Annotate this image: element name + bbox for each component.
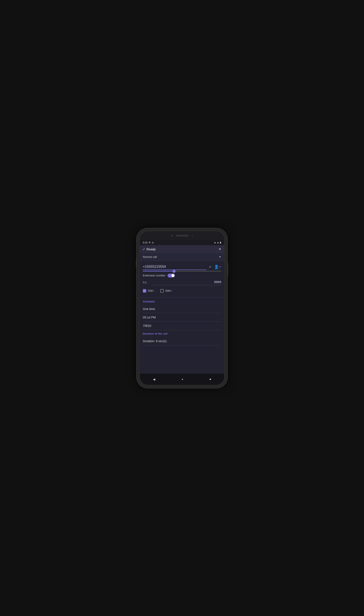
app-screen: 5:15 ⚙ ◎ ▲ ▲ ▮ ✓ Ready ✕ [140, 240, 224, 385]
duration-section: Duration of the call Duration: 8 sec(s) [140, 330, 224, 345]
status-time: 5:15 [143, 241, 147, 244]
duration-section-title: Duration of the call [143, 332, 221, 335]
phone-section: ✕ 👤+ Extension number [140, 261, 224, 297]
ext-value[interactable]: 9999 [151, 280, 221, 284]
ext-label: Ext. [143, 281, 149, 284]
extension-input-row: Ext. 9999 [143, 280, 221, 285]
add-contact-button[interactable]: 👤+ [214, 265, 221, 269]
sim2-option[interactable]: SIM 2 [160, 289, 172, 293]
checkmark-icon: ✓ [143, 247, 145, 251]
phone-device: 5:15 ⚙ ◎ ▲ ▲ ▮ ✓ Ready ✕ [137, 228, 227, 388]
status-right: ▲ ▲ ▮ [214, 241, 221, 244]
sim1-option[interactable]: ✓ SIM 1 [143, 289, 154, 293]
nav-back-button[interactable]: ◀ [152, 376, 156, 382]
schedule-frequency-text: One time [143, 307, 155, 311]
duration-value-text: Duration: 8 sec(s) [143, 339, 167, 343]
wifi-icon: ▲ [214, 241, 216, 244]
phone-input-row: ✕ 👤+ [143, 264, 221, 270]
app-header: ✓ Ready ✕ [140, 245, 224, 253]
duration-value-item[interactable]: Duration: 8 sec(s) [143, 337, 221, 345]
header-title-group: ✓ Ready [143, 247, 156, 251]
battery-icon: ▮ [220, 241, 221, 244]
signal-icon: ▲ [217, 241, 219, 244]
speaker-grille [176, 235, 189, 236]
schedule-section-title: Schedule [143, 300, 221, 303]
navigation-bar: ◀ ● ■ [140, 374, 224, 385]
toggle-knob [171, 274, 174, 277]
schedule-frequency-item[interactable]: One time [143, 305, 221, 313]
status-left: 5:15 ⚙ ◎ [143, 241, 154, 244]
clear-input-button[interactable]: ✕ [208, 265, 212, 269]
sim1-checkbox[interactable]: ✓ [143, 289, 146, 293]
call-type-dropdown[interactable]: Normal call ▼ [140, 253, 224, 261]
sim-selection-row: ✓ SIM 1 SIM 2 [143, 288, 221, 295]
gear-icon: ⚙ [149, 241, 151, 244]
schedule-time-item[interactable]: 05:14 PM [143, 313, 221, 322]
slider-fill [143, 271, 174, 272]
phone-number-input[interactable] [143, 264, 206, 270]
header-title-text: Ready [146, 247, 156, 251]
extension-toggle[interactable] [168, 274, 175, 277]
ext-input-wrapper: 9999 [151, 280, 221, 285]
volume-button[interactable] [136, 259, 137, 267]
front-camera-icon [171, 235, 173, 236]
extension-label: Extension number [143, 274, 165, 277]
sim2-checkbox[interactable] [160, 289, 164, 293]
phone-screen: 5:15 ⚙ ◎ ▲ ▲ ▮ ✓ Ready ✕ [140, 231, 224, 385]
nav-home-button[interactable]: ● [180, 376, 184, 382]
schedule-date-text: 7/8/20 [143, 324, 151, 328]
power-button[interactable] [227, 263, 228, 276]
close-button[interactable]: ✕ [219, 247, 221, 251]
extension-toggle-row: Extension number [143, 274, 221, 277]
slider-thumb[interactable] [172, 270, 176, 273]
phone-input-slider[interactable] [143, 271, 221, 272]
sim1-label: SIM 1 [148, 289, 154, 292]
call-type-label: Normal call [143, 255, 157, 259]
nav-recents-button[interactable]: ■ [208, 376, 212, 382]
location-icon: ◎ [152, 241, 154, 244]
status-bar: 5:15 ⚙ ◎ ▲ ▲ ▮ [140, 240, 224, 245]
section-divider-1 [140, 297, 224, 298]
sim2-label: SIM 2 [165, 289, 172, 292]
schedule-time-text: 05:14 PM [143, 316, 156, 319]
top-bezel [140, 231, 224, 240]
sensor-icon [192, 235, 193, 236]
schedule-date-item[interactable]: 7/8/20 [143, 322, 221, 330]
content-area: ✕ 👤+ Extension number [140, 261, 224, 374]
schedule-section: Schedule One time 05:14 PM 7/8/20 [140, 298, 224, 330]
dropdown-arrow-icon: ▼ [219, 256, 221, 258]
